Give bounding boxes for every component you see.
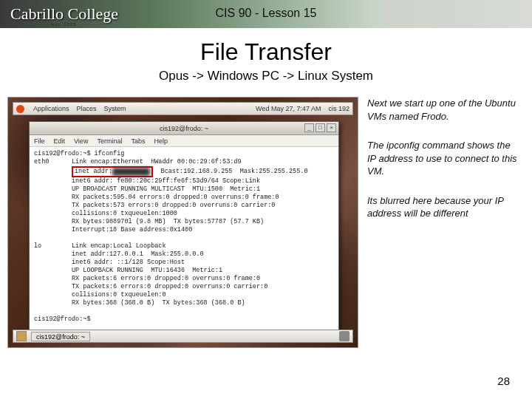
terminal-body[interactable]: cis192@frodo:~$ ifconfig eth0 Link encap…	[30, 147, 338, 330]
note-1: Next we start up one of the Ubuntu VMs n…	[367, 97, 519, 123]
gnome-bottom-panel: cis192@frodo: ~	[13, 330, 353, 343]
header-banner: Cabrillo College est. 1959 CIS 90 - Less…	[0, 0, 532, 28]
panel-clock: Wed May 27, 7:47 AM	[256, 105, 321, 112]
term-menu-view[interactable]: View	[74, 137, 88, 145]
taskbar-terminal-button[interactable]: cis192@frodo: ~	[31, 332, 90, 341]
page-number: 28	[497, 375, 510, 387]
blurred-ip: xxx	[112, 168, 150, 176]
course-title: CIS 90 - Lesson 15	[0, 7, 532, 20]
ubuntu-logo-icon	[16, 105, 24, 113]
note-2: The ipconfig command shows the IP addres…	[367, 139, 519, 178]
content-row: Applications Places System Wed May 27, 7…	[0, 97, 532, 348]
term-menu-file[interactable]: File	[34, 137, 45, 145]
menu-applications[interactable]: Applications	[33, 105, 69, 112]
term-menu-help[interactable]: Help	[154, 137, 168, 145]
term-menu-tabs[interactable]: Tabs	[131, 137, 145, 145]
minimize-button[interactable]: _	[304, 123, 314, 132]
term-menu-terminal[interactable]: Terminal	[97, 137, 122, 145]
annotation-column: Next we start up one of the Ubuntu VMs n…	[367, 97, 519, 348]
panel-user[interactable]: cis 192	[328, 105, 349, 112]
close-button[interactable]: ×	[327, 123, 336, 132]
terminal-menubar: File Edit View Terminal Tabs Help	[30, 135, 338, 147]
maximize-button[interactable]: □	[316, 123, 325, 132]
terminal-title-text: cis192@frodo: ~	[160, 125, 208, 132]
trash-icon[interactable]	[339, 331, 349, 341]
gnome-top-panel: Applications Places System Wed May 27, 7…	[13, 102, 353, 115]
established-text: est. 1959	[52, 22, 77, 27]
screenshot-panel: Applications Places System Wed May 27, 7…	[7, 97, 358, 348]
terminal-titlebar: cis192@frodo: ~ _ □ ×	[30, 122, 338, 135]
inet-addr-highlight: inet addr:xxx	[72, 166, 153, 177]
show-desktop-icon[interactable]	[16, 331, 27, 341]
menu-places[interactable]: Places	[77, 105, 97, 112]
term-menu-edit[interactable]: Edit	[54, 137, 66, 145]
menu-system[interactable]: System	[104, 105, 126, 112]
page-subtitle: Opus -> Windows PC -> Linux System	[0, 69, 532, 83]
page-title: File Transfer	[0, 38, 532, 66]
note-3: Its blurred here because your IP address…	[367, 194, 519, 220]
terminal-window: cis192@frodo: ~ _ □ × File Edit View Ter…	[29, 121, 339, 330]
